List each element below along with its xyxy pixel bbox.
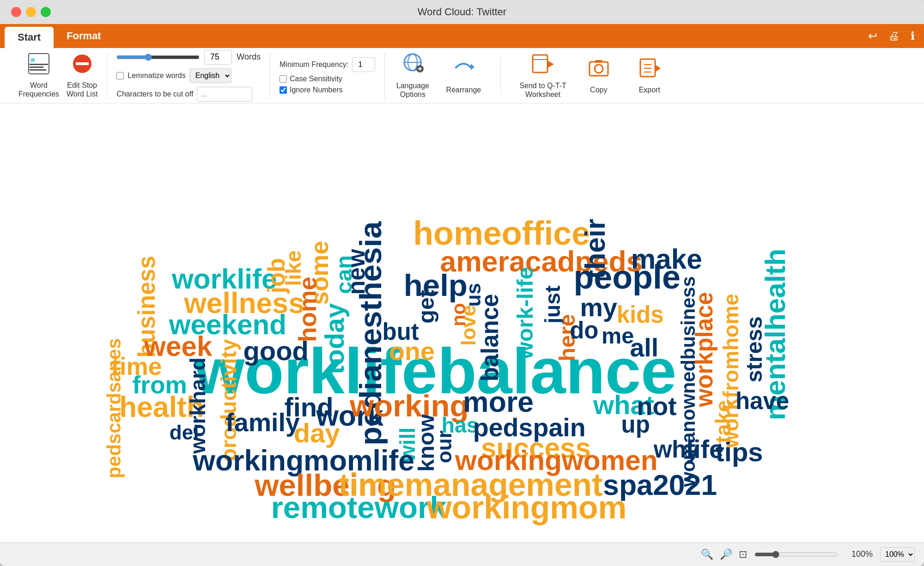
svg-text:balance: balance bbox=[477, 294, 503, 382]
language-options-label: Language Options bbox=[396, 81, 429, 99]
words-slider[interactable] bbox=[116, 54, 200, 61]
rearrange-icon bbox=[451, 56, 475, 83]
svg-text:make: make bbox=[631, 243, 702, 275]
svg-text:their: their bbox=[579, 219, 611, 279]
close-button[interactable] bbox=[11, 7, 21, 17]
word-frequencies-label: Word Frequencies bbox=[18, 81, 59, 98]
ribbon-group-frequency: Minimum Frequency: Case Sensitivity Igno… bbox=[270, 53, 385, 98]
export-label: Export bbox=[639, 85, 660, 94]
words-slider-row: 75 Words bbox=[116, 50, 261, 65]
zoom-label: 100% bbox=[845, 549, 873, 559]
copy-label: Copy bbox=[590, 85, 607, 94]
zoom-dropdown[interactable]: 100% bbox=[880, 547, 915, 562]
ribbon-group-words: 75 Words Lemmatize words English Charact… bbox=[107, 53, 270, 98]
export-icon bbox=[638, 56, 661, 83]
undo-button[interactable]: ↩ bbox=[868, 30, 877, 42]
svg-text:life: life bbox=[687, 435, 723, 464]
svg-text:kids: kids bbox=[617, 301, 664, 328]
ribbon-group-actions: Language Options Rearrange bbox=[385, 53, 677, 98]
copy-button[interactable]: Copy bbox=[580, 56, 617, 94]
svg-point-18 bbox=[595, 65, 603, 73]
window-title: Word Cloud: Twitter bbox=[418, 6, 506, 18]
svg-marker-16 bbox=[547, 60, 554, 68]
svg-rect-3 bbox=[30, 66, 43, 68]
svg-text:remotework: remotework bbox=[271, 490, 447, 524]
svg-text:good: good bbox=[243, 336, 309, 366]
divider-1 bbox=[500, 57, 501, 94]
lemmatize-label: Lemmatize words bbox=[128, 72, 185, 80]
tab-format[interactable]: Format bbox=[54, 24, 114, 48]
ribbon: Start Format ↩ 🖨 ℹ W bbox=[0, 24, 924, 103]
svg-text:work-life: work-life bbox=[512, 267, 537, 360]
tab-start[interactable]: Start bbox=[5, 27, 54, 48]
svg-text:not: not bbox=[637, 392, 676, 421]
svg-text:new: new bbox=[343, 249, 370, 295]
zoom-in-icon[interactable]: 🔎 bbox=[720, 548, 732, 560]
ignore-numbers-checkbox[interactable] bbox=[280, 86, 287, 94]
copy-icon bbox=[588, 56, 610, 83]
svg-text:day: day bbox=[294, 418, 340, 448]
svg-text:home: home bbox=[294, 277, 321, 342]
traffic-lights bbox=[11, 7, 51, 17]
zoom-fit-icon[interactable]: ⊡ bbox=[739, 548, 747, 560]
svg-text:all: all bbox=[630, 333, 658, 362]
export-button[interactable]: Export bbox=[631, 56, 668, 94]
svg-text:do: do bbox=[570, 317, 598, 343]
case-sensitivity-row: Case Sensitivity bbox=[280, 75, 375, 83]
svg-rect-6 bbox=[76, 62, 89, 65]
app-window: Word Cloud: Twitter Start Format ↩ 🖨 ℹ W bbox=[0, 0, 924, 566]
language-select[interactable]: English bbox=[189, 68, 231, 83]
titlebar: Word Cloud: Twitter bbox=[0, 0, 924, 24]
rearrange-label: Rearrange bbox=[446, 85, 481, 94]
wordcloud-area: worklifebalancehomeofficeameracadpedsped… bbox=[0, 103, 924, 542]
rearrange-button[interactable]: Rearrange bbox=[445, 56, 482, 94]
language-options-button[interactable]: Language Options bbox=[394, 52, 431, 99]
svg-rect-14 bbox=[533, 55, 547, 72]
info-button[interactable]: ℹ bbox=[911, 30, 915, 42]
zoom-slider[interactable] bbox=[754, 551, 838, 558]
send-to-qtt-icon bbox=[531, 52, 555, 78]
ribbon-body: W Word Frequencies bbox=[0, 48, 924, 103]
words-label: Words bbox=[237, 52, 261, 62]
ribbon-tabs: Start Format ↩ 🖨 ℹ bbox=[0, 24, 924, 48]
print-button[interactable]: 🖨 bbox=[888, 30, 900, 42]
svg-text:have: have bbox=[736, 388, 789, 414]
statusbar: 🔍 🔎 ⊡ 100% 100% bbox=[0, 542, 924, 566]
svg-text:our: our bbox=[433, 430, 456, 463]
edit-stop-word-button[interactable]: Edit Stop Word List bbox=[67, 53, 97, 98]
svg-text:W: W bbox=[30, 58, 35, 63]
svg-rect-2 bbox=[30, 64, 48, 65]
ignore-numbers-label: Ignore Numbers bbox=[290, 86, 343, 94]
maximize-button[interactable] bbox=[41, 7, 51, 17]
ribbon-top-right: ↩ 🖨 ℹ bbox=[868, 30, 915, 42]
min-freq-input[interactable] bbox=[352, 57, 375, 72]
word-frequencies-button[interactable]: W Word Frequencies bbox=[18, 53, 59, 98]
language-options-icon bbox=[401, 52, 425, 78]
svg-text:workingmom: workingmom bbox=[426, 489, 626, 525]
lemmatize-checkbox[interactable] bbox=[116, 72, 124, 79]
words-count-input[interactable]: 75 bbox=[204, 50, 232, 65]
svg-text:more: more bbox=[463, 385, 534, 418]
svg-text:productivity: productivity bbox=[217, 339, 241, 461]
wordcloud-svg: worklifebalancehomeofficeameracadpedsped… bbox=[0, 103, 924, 542]
cutoff-row: Characters to be cut off bbox=[116, 87, 261, 102]
send-to-qtt-label: Send to Q-T-T Worksheet bbox=[519, 81, 566, 99]
search-icon[interactable]: 🔍 bbox=[701, 548, 713, 560]
svg-text:one: one bbox=[389, 337, 435, 366]
lemmatize-row: Lemmatize words English bbox=[116, 68, 261, 83]
case-sensitivity-checkbox[interactable] bbox=[280, 75, 287, 83]
minimize-button[interactable] bbox=[26, 7, 36, 17]
word-frequencies-icon: W bbox=[28, 53, 50, 79]
cutoff-input[interactable] bbox=[197, 87, 252, 102]
send-to-qtt-button[interactable]: Send to Q-T-T Worksheet bbox=[519, 52, 566, 99]
svg-text:today: today bbox=[320, 303, 349, 374]
edit-stop-word-icon bbox=[71, 53, 93, 79]
svg-marker-13 bbox=[471, 64, 474, 70]
min-freq-row: Minimum Frequency: bbox=[280, 57, 375, 72]
cutoff-label: Characters to be cut off bbox=[116, 90, 193, 98]
svg-text:dei: dei bbox=[170, 421, 199, 444]
svg-rect-4 bbox=[30, 69, 46, 71]
svg-rect-19 bbox=[595, 60, 602, 63]
statusbar-icons: 🔍 🔎 ⊡ bbox=[701, 548, 747, 560]
svg-text:love: love bbox=[457, 305, 480, 346]
